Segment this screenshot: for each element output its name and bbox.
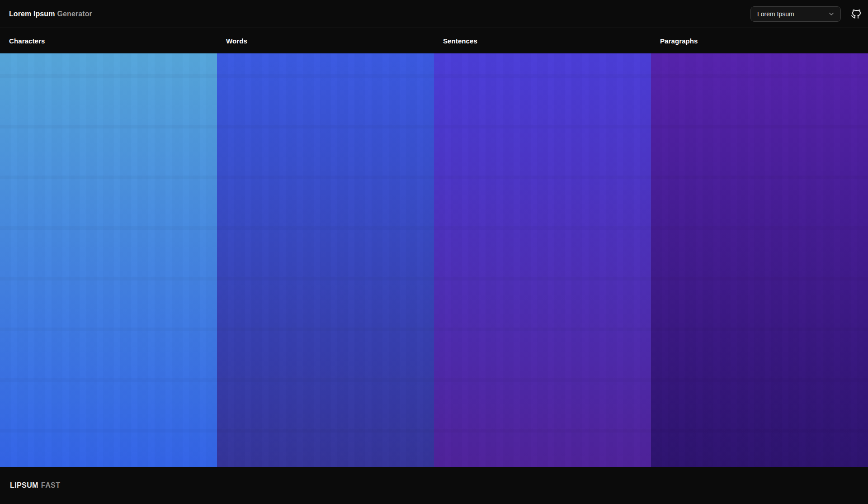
footer-bar: LIPSUMFAST bbox=[0, 467, 868, 504]
top-bar: Lorem IpsumGenerator Lorem Ipsum bbox=[0, 0, 868, 28]
footer-brand-primary: LIPSUM bbox=[10, 481, 38, 490]
preset-select[interactable]: Lorem Ipsum bbox=[750, 6, 841, 22]
column-header-sentences: Sentences bbox=[434, 28, 651, 53]
column-header-words: Words bbox=[217, 28, 434, 53]
github-icon[interactable] bbox=[851, 9, 862, 19]
top-bar-actions: Lorem Ipsum bbox=[750, 6, 862, 22]
page-title: Lorem IpsumGenerator bbox=[9, 10, 92, 18]
preset-select-value: Lorem Ipsum bbox=[757, 10, 794, 18]
footer-brand-secondary: FAST bbox=[41, 481, 61, 490]
column-header-characters: Characters bbox=[0, 28, 217, 53]
column-characters[interactable] bbox=[0, 53, 217, 467]
page-title-primary: Lorem Ipsum bbox=[9, 10, 55, 18]
column-sentences[interactable] bbox=[434, 53, 651, 467]
column-words[interactable] bbox=[217, 53, 434, 467]
gradient-columns bbox=[0, 53, 868, 467]
column-header-paragraphs: Paragraphs bbox=[651, 28, 868, 53]
column-header-row: Characters Words Sentences Paragraphs bbox=[0, 28, 868, 53]
page-title-secondary: Generator bbox=[57, 10, 92, 18]
chevron-down-icon bbox=[828, 10, 835, 18]
column-paragraphs[interactable] bbox=[651, 53, 868, 467]
